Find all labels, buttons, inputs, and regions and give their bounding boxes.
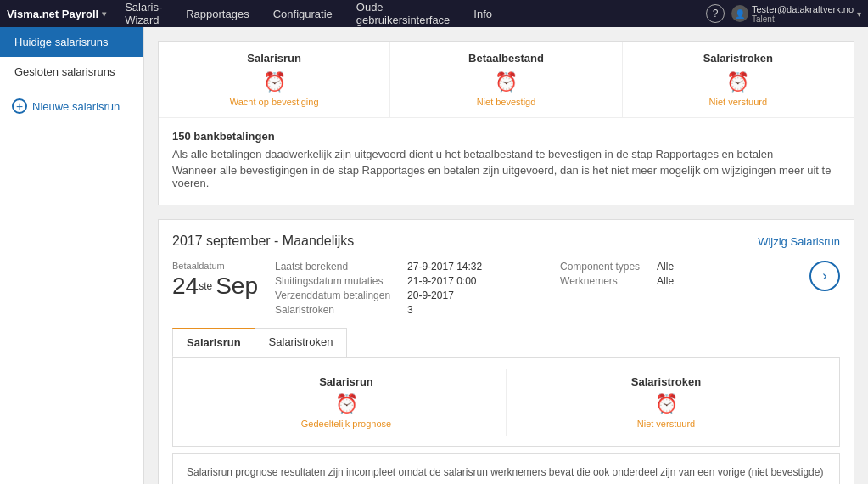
main-content: Salarisrun ⏰ Wacht op bevestiging Betaal… [144, 27, 868, 484]
inner-tab-salaristroken[interactable]: Salaristroken [255, 328, 348, 357]
sidebar: Huidige salarisruns Gesloten salarisruns… [0, 27, 144, 484]
meta-value-component: Alle [657, 261, 792, 273]
nav-right: ? 👤 Tester@datakraftverk.no Talent ▾ [706, 4, 861, 24]
plus-icon: + [12, 98, 27, 114]
brand-logo[interactable]: Visma.net Payroll ▾ [7, 8, 106, 20]
user-details: Tester@datakraftverk.no Talent [752, 4, 854, 24]
status-col-betaalbestand: Betaalbestand ⏰ Niet bevestigd [390, 42, 622, 117]
meta-label-sluiting: Sluitingsdatum mutaties [275, 275, 390, 287]
date-month: Sep [216, 273, 258, 299]
inner-tab-content: Salarisrun ⏰ Gedeeltelijk prognose Salar… [172, 357, 840, 447]
second-section-header: 2017 september - Maandelijks Wijzig Sala… [172, 234, 840, 249]
sidebar-item-gesloten-salarisruns[interactable]: Gesloten salarisruns [0, 57, 143, 87]
first-status-header: Salarisrun ⏰ Wacht op bevestiging Betaal… [159, 42, 854, 118]
inner-tab-salarisrun[interactable]: Salarisrun [172, 328, 255, 357]
info-line-1: Als alle betalingen daadwerkelijk zijn u… [172, 148, 840, 160]
inner-status-col-salaristroken: Salaristroken ⏰ Niet verstuurd [507, 369, 826, 436]
status-col-salarisrun-title: Salarisrun [172, 52, 376, 65]
betaaldatum-label: Betaaldatum [172, 261, 258, 271]
meta-label-verzend: Verzenddatum betalingen [275, 290, 390, 301]
wijzig-salarisrun-link[interactable]: Wijzig Salarisrun [758, 235, 840, 248]
status-col-salaristroken-title: Salaristroken [636, 52, 840, 65]
meta-value-werknemers: Alle [657, 275, 792, 287]
meta-value-verzend: 20-9-2017 [407, 290, 543, 301]
navigate-arrow-button[interactable]: › [809, 261, 840, 291]
inner-clock-icon-salaristroken: ⏰ [520, 393, 812, 415]
status-col-salaristroken: Salaristroken ⏰ Niet verstuurd [623, 42, 854, 117]
user-name: Tester@datakraftverk.no [752, 4, 854, 14]
nav-item-rapportages[interactable]: Rapportages [174, 0, 260, 27]
inner-tabs: Salarisrun Salaristroken [172, 328, 840, 357]
meta-value-sluiting: 21-9-2017 0:00 [407, 275, 543, 287]
meta-grid: Laatst berekend 27-9-2017 14:32 Componen… [275, 261, 792, 316]
new-salarisrun-button[interactable]: + Nieuwe salarisrun [0, 90, 143, 122]
section-title: 2017 september - Maandelijks [172, 234, 354, 249]
user-subtitle: Talent [752, 14, 854, 24]
bank-payments-label: 150 bankbetalingen [172, 130, 840, 143]
meta-empty-1 [560, 290, 640, 301]
nav-item-salaris-wizard[interactable]: Salaris-Wizard [113, 0, 174, 27]
inner-status-col-salarisrun: Salarisrun ⏰ Gedeeltelijk prognose [187, 369, 507, 436]
clock-icon-betaalbestand: ⏰ [404, 71, 608, 93]
betaaldatum-value: 24steSep [172, 273, 258, 300]
status-text-salarisrun: Wacht op bevestiging [172, 97, 376, 107]
status-text-betaalbestand: Niet bevestigd [404, 97, 608, 107]
meta-label-werknemers: Werknemers [560, 275, 640, 287]
meta-value-stroken: 3 [407, 304, 543, 316]
meta-empty-2 [657, 290, 792, 301]
top-navigation: Visma.net Payroll ▾ Salaris-Wizard Rappo… [0, 0, 868, 27]
brand-name: Visma.net Payroll [7, 8, 98, 20]
help-button[interactable]: ? [706, 4, 725, 23]
inner-status-text-salaristroken: Niet verstuurd [520, 419, 812, 429]
inner-clock-icon-salarisrun: ⏰ [200, 393, 492, 415]
inner-status-title-salarisrun: Salarisrun [200, 375, 492, 388]
inner-tabs-container: Salarisrun Salaristroken Salarisrun ⏰ Ge… [172, 328, 840, 447]
status-col-salarisrun: Salarisrun ⏰ Wacht op bevestiging [159, 42, 390, 117]
date-day: 24 [172, 273, 199, 299]
nav-item-oude-gebruikersinterface[interactable]: Oude gebruikersinterface [344, 0, 462, 27]
warning-box: Salarisrun prognose resultaten zijn inco… [172, 453, 840, 484]
nav-item-info[interactable]: Info [462, 0, 504, 27]
meta-label-stroken: Salaristroken [275, 304, 390, 316]
nav-item-configuratie[interactable]: Configuratie [261, 0, 344, 27]
info-line-2: Wanneer alle bevestigingen in de stap Ra… [172, 164, 840, 189]
user-avatar: 👤 [731, 5, 748, 22]
warning-text: Salarisrun prognose resultaten zijn inco… [187, 466, 823, 484]
user-menu-chevron-icon: ▾ [857, 9, 861, 19]
date-superscript: ste [199, 280, 212, 292]
status-col-betaalbestand-title: Betaalbestand [404, 52, 608, 65]
inner-status-row: Salarisrun ⏰ Gedeeltelijk prognose Salar… [187, 369, 826, 436]
first-status-card: Salarisrun ⏰ Wacht op bevestiging Betaal… [158, 41, 854, 205]
second-section-card: 2017 september - Maandelijks Wijzig Sala… [158, 219, 854, 484]
status-text-salaristroken: Niet verstuurd [636, 97, 840, 107]
meta-label-laatst: Laatst berekend [275, 261, 390, 273]
new-salarisrun-label: Nieuwe salarisrun [32, 100, 120, 113]
betaaldatum-area: Betaaldatum 24steSep [172, 261, 258, 300]
user-menu[interactable]: 👤 Tester@datakraftverk.no Talent ▾ [731, 4, 861, 24]
first-status-body: 150 bankbetalingen Als alle betalingen d… [159, 118, 854, 205]
meta-empty-3 [560, 304, 640, 316]
meta-empty-4 [657, 304, 792, 316]
sidebar-item-huidige-salarisruns[interactable]: Huidige salarisruns [0, 27, 143, 57]
brand-arrow-icon: ▾ [102, 9, 106, 19]
nav-items: Salaris-Wizard Rapportages Configuratie … [113, 0, 504, 27]
inner-status-text-salarisrun: Gedeeltelijk prognose [200, 419, 492, 429]
inner-status-title-salaristroken: Salaristroken [520, 375, 812, 388]
meta-label-component: Component types [560, 261, 640, 273]
meta-value-laatst: 27-9-2017 14:32 [407, 261, 543, 273]
clock-icon-salaristroken: ⏰ [636, 71, 840, 93]
clock-icon-salarisrun: ⏰ [172, 71, 376, 93]
